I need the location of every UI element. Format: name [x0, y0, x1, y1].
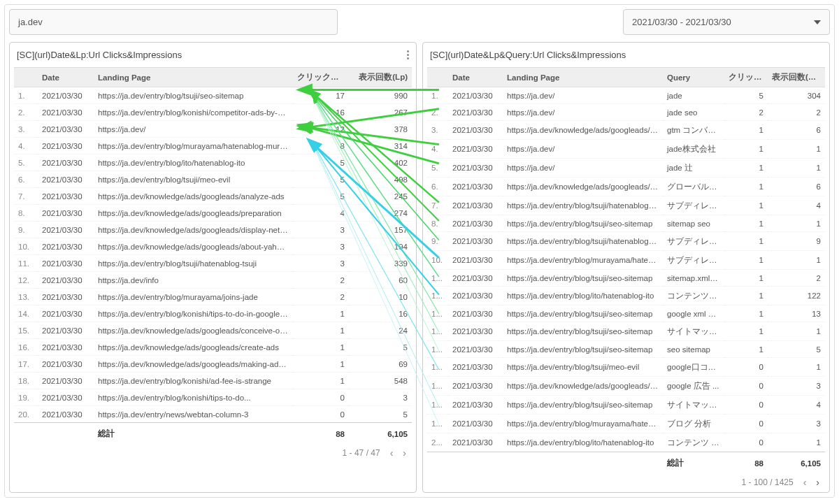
table-row[interactable]: 5.2021/03/30https://ja.dev/jade 辻11: [427, 159, 825, 178]
chevron-down-icon: [814, 20, 821, 24]
row-clicks: 5: [293, 154, 349, 171]
col-date[interactable]: Date: [38, 68, 94, 87]
next-page-icon[interactable]: ›: [403, 447, 406, 459]
table-row[interactable]: 1.2021/03/30https://ja.dev/jade5304: [427, 87, 825, 104]
row-date: 2021/03/30: [38, 188, 94, 205]
col-impr[interactable]: 表示回数(Lp): [349, 68, 412, 87]
table-row[interactable]: 1...2021/03/30https://ja.dev/knowledge/a…: [427, 377, 825, 396]
table-row[interactable]: 14.2021/03/30https://ja.dev/entry/blog/k…: [14, 305, 412, 322]
table-row[interactable]: 13.2021/03/30https://ja.dev/entry/blog/m…: [14, 289, 412, 305]
right-panel-title: [SC](url)Date&Lp&Query:Url Clicks&Impres…: [430, 50, 626, 60]
right-totals-row: 総計 88 6,105: [427, 452, 825, 475]
table-row[interactable]: 20.2021/03/30https://ja.dev/entry/news/w…: [14, 406, 412, 423]
col-lp[interactable]: Landing Page: [94, 68, 293, 87]
table-row[interactable]: 1...2021/03/30https://ja.dev/entry/blog/…: [427, 270, 825, 287]
table-row[interactable]: 1...2021/03/30https://ja.dev/entry/blog/…: [427, 322, 825, 341]
table-row[interactable]: 1.2021/03/30https://ja.dev/entry/blog/ts…: [14, 87, 412, 104]
row-impr: 13: [768, 305, 825, 322]
row-index: 1...: [427, 341, 448, 358]
row-lp: https://ja.dev/entry/blog/tsuji/meo-evil: [503, 358, 663, 377]
table-row[interactable]: 1...2021/03/30https://ja.dev/entry/blog/…: [427, 305, 825, 322]
row-clicks: 16: [293, 104, 349, 121]
col-clicks[interactable]: クリック数(...: [293, 68, 349, 87]
table-row[interactable]: 1...2021/03/30https://ja.dev/entry/blog/…: [427, 287, 825, 305]
col-index[interactable]: [14, 68, 38, 87]
row-impr: 548: [349, 373, 412, 389]
table-row[interactable]: 1...2021/03/30https://ja.dev/entry/blog/…: [427, 341, 825, 358]
row-clicks: 5: [293, 188, 349, 205]
row-index: 4.: [427, 140, 448, 159]
table-row[interactable]: 2...2021/03/30https://ja.dev/entry/blog/…: [427, 433, 825, 452]
row-index: 9.: [14, 222, 38, 238]
table-row[interactable]: 6.2021/03/30https://ja.dev/knowledge/ads…: [427, 178, 825, 196]
col-date[interactable]: Date: [448, 68, 503, 87]
row-clicks: 0: [293, 406, 349, 423]
table-row[interactable]: 7.2021/03/30https://ja.dev/entry/blog/ts…: [427, 196, 825, 215]
row-impr: 3: [768, 377, 825, 396]
row-date: 2021/03/30: [38, 104, 94, 121]
table-row[interactable]: 1...2021/03/30https://ja.dev/entry/blog/…: [427, 358, 825, 377]
table-row[interactable]: 4.2021/03/30https://ja.dev/entry/blog/mu…: [14, 138, 412, 154]
row-lp: https://ja.dev/entry/blog/tsuji/seo-site…: [503, 396, 663, 415]
row-impr: 402: [349, 154, 412, 171]
table-row[interactable]: 1...2021/03/30https://ja.dev/entry/blog/…: [427, 396, 825, 415]
col-index[interactable]: [427, 68, 448, 87]
next-page-icon[interactable]: ›: [816, 477, 819, 488]
table-row[interactable]: 6.2021/03/30https://ja.dev/entry/blog/ts…: [14, 171, 412, 188]
row-clicks: 1: [293, 339, 349, 356]
table-row[interactable]: 2.2021/03/30https://ja.dev/jade seo22: [427, 104, 825, 121]
row-index: 1...: [427, 415, 448, 433]
prev-page-icon[interactable]: ‹: [803, 477, 807, 488]
table-row[interactable]: 8.2021/03/30https://ja.dev/knowledge/ads…: [14, 205, 412, 222]
table-row[interactable]: 2.2021/03/30https://ja.dev/entry/blog/ko…: [14, 104, 412, 121]
table-row[interactable]: 8.2021/03/30https://ja.dev/entry/blog/ts…: [427, 215, 825, 232]
table-row[interactable]: 1...2021/03/30https://ja.dev/entry/blog/…: [427, 415, 825, 433]
row-clicks: 0: [293, 389, 349, 406]
row-query: ブログ 分析: [663, 415, 724, 433]
left-totals-row: 総計 88 6,105: [14, 423, 412, 445]
row-date: 2021/03/30: [38, 205, 94, 222]
col-query[interactable]: Query: [663, 68, 724, 87]
date-range-picker[interactable]: 2021/03/30 - 2021/03/30: [623, 9, 830, 35]
table-row[interactable]: 4.2021/03/30https://ja.dev/jade株式会社11: [427, 140, 825, 159]
row-impr: 1: [768, 159, 825, 178]
totals-label: 総計: [663, 452, 724, 475]
row-lp: https://ja.dev/knowledge/ads/googleads/m…: [94, 356, 293, 373]
table-row[interactable]: 16.2021/03/30https://ja.dev/knowledge/ad…: [14, 339, 412, 356]
row-date: 2021/03/30: [448, 341, 503, 358]
table-row[interactable]: 18.2021/03/30https://ja.dev/entry/blog/k…: [14, 373, 412, 389]
row-impr: 1: [768, 433, 825, 452]
col-impr[interactable]: 表示回数(Lp...: [768, 68, 825, 87]
table-row[interactable]: 3.2021/03/30https://ja.dev/12378: [14, 121, 412, 138]
prev-page-icon[interactable]: ‹: [390, 447, 394, 459]
row-lp: https://ja.dev/entry/blog/ito/hatenablog…: [503, 433, 663, 452]
table-row[interactable]: 5.2021/03/30https://ja.dev/entry/blog/it…: [14, 154, 412, 171]
row-date: 2021/03/30: [38, 272, 94, 289]
totals-clicks: 88: [724, 452, 768, 475]
row-lp: https://ja.dev/entry/blog/ito/hatenablog…: [503, 287, 663, 305]
table-row[interactable]: 11.2021/03/30https://ja.dev/entry/blog/t…: [14, 255, 412, 272]
left-pager-text: 1 - 47 / 47: [343, 448, 380, 458]
table-row[interactable]: 7.2021/03/30https://ja.dev/knowledge/ads…: [14, 188, 412, 205]
row-date: 2021/03/30: [448, 232, 503, 251]
table-row[interactable]: 19.2021/03/30https://ja.dev/entry/blog/k…: [14, 389, 412, 406]
table-row[interactable]: 10.2021/03/30https://ja.dev/knowledge/ad…: [14, 238, 412, 255]
col-clicks[interactable]: クリック...: [724, 68, 768, 87]
row-date: 2021/03/30: [38, 238, 94, 255]
row-clicks: 3: [293, 238, 349, 255]
col-lp[interactable]: Landing Page: [503, 68, 663, 87]
more-icon[interactable]: [407, 50, 409, 59]
table-row[interactable]: 9.2021/03/30https://ja.dev/knowledge/ads…: [14, 222, 412, 238]
row-index: 3.: [14, 121, 38, 138]
row-date: 2021/03/30: [38, 322, 94, 339]
table-row[interactable]: 12.2021/03/30https://ja.dev/info260: [14, 272, 412, 289]
table-row[interactable]: 10.2021/03/30https://ja.dev/entry/blog/m…: [427, 251, 825, 270]
row-query: サイトマップ...: [663, 396, 724, 415]
table-row[interactable]: 15.2021/03/30https://ja.dev/knowledge/ad…: [14, 322, 412, 339]
row-date: 2021/03/30: [38, 389, 94, 406]
table-row[interactable]: 3.2021/03/30https://ja.dev/knowledge/ads…: [427, 121, 825, 140]
table-row[interactable]: 9.2021/03/30https://ja.dev/entry/blog/ts…: [427, 232, 825, 251]
table-row[interactable]: 17.2021/03/30https://ja.dev/knowledge/ad…: [14, 356, 412, 373]
row-clicks: 1: [293, 305, 349, 322]
filter-input[interactable]: ja.dev: [9, 9, 338, 35]
